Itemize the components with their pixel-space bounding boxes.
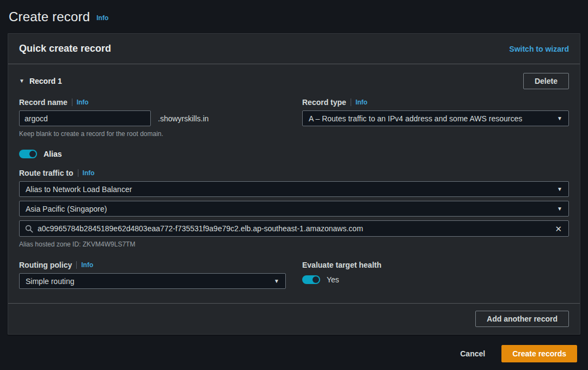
routing-policy-field-group: Routing policy Info Simple routing ▼ <box>19 261 286 289</box>
route-traffic-fields: Alias to Network Load Balancer ▼ Asia Pa… <box>19 181 569 237</box>
quick-create-panel: Quick create record Switch to wizard ▼ R… <box>8 33 580 335</box>
chevron-down-icon: ▼ <box>274 279 279 284</box>
record-type-selected-value: A – Routes traffic to an IPv4 address an… <box>309 114 522 123</box>
routing-policy-label-row: Routing policy Info <box>19 261 286 269</box>
alias-label: Alias <box>44 150 62 158</box>
name-type-row: Record name Info .showyrskills.in Keep b… <box>19 98 569 138</box>
record-type-info-link[interactable]: Info <box>356 98 367 106</box>
routing-policy-label: Routing policy <box>19 261 72 269</box>
evaluate-health-label: Evaluate target health <box>302 261 569 269</box>
record-type-label-row: Record type Info <box>302 98 569 107</box>
record-title: Record 1 <box>29 77 62 85</box>
bottom-actions: Cancel Create records <box>0 335 588 362</box>
alias-toggle-row: Alias <box>19 150 569 158</box>
panel-title: Quick create record <box>19 43 111 54</box>
create-records-button[interactable]: Create records <box>501 345 577 362</box>
search-icon <box>25 225 33 233</box>
routing-policy-info-link[interactable]: Info <box>81 261 93 269</box>
evaluate-health-toggle[interactable] <box>302 275 320 284</box>
clear-icon[interactable]: ✕ <box>554 225 563 233</box>
routing-policy-selected-value: Simple routing <box>26 277 75 286</box>
page-title: Create record <box>9 9 90 24</box>
label-separator <box>72 98 72 106</box>
add-another-record-button[interactable]: Add another record <box>475 311 569 327</box>
evaluate-health-value: Yes <box>327 275 339 284</box>
route-traffic-label-row: Route traffic to Info <box>19 169 569 177</box>
record-header-row: ▼ Record 1 Delete <box>19 73 569 89</box>
route-traffic-info-link[interactable]: Info <box>83 169 95 177</box>
label-separator <box>78 169 78 177</box>
record-type-field-group: Record type Info A – Routes traffic to a… <box>302 98 569 138</box>
evaluate-health-toggle-row: Yes <box>302 275 569 284</box>
route-traffic-label: Route traffic to <box>19 169 74 177</box>
routing-policy-select[interactable]: Simple routing ▼ <box>19 273 286 289</box>
label-separator <box>351 98 351 106</box>
delete-button[interactable]: Delete <box>523 73 569 89</box>
route-traffic-section: Route traffic to Info Alias to Network L… <box>19 169 569 248</box>
record-name-helper: Keep blank to create a record for the ro… <box>19 130 286 138</box>
record-type-select[interactable]: A – Routes traffic to an IPv4 address an… <box>302 110 569 126</box>
record-name-field-group: Record name Info .showyrskills.in Keep b… <box>19 98 286 138</box>
endpoint-select[interactable]: Alias to Network Load Balancer ▼ <box>19 181 569 197</box>
alias-toggle[interactable] <box>19 150 37 158</box>
endpoint-selected-value: Alias to Network Load Balancer <box>26 185 132 194</box>
panel-footer: Add another record <box>8 303 580 334</box>
cancel-button[interactable]: Cancel <box>460 349 485 358</box>
evaluate-health-field-group: Evaluate target health Yes <box>302 261 569 289</box>
record-name-label-row: Record name Info <box>19 98 286 107</box>
switch-to-wizard-link[interactable]: Switch to wizard <box>509 45 569 53</box>
hosted-zone-note: Alias hosted zone ID: ZKVM4W9LS7TM <box>19 240 569 248</box>
region-select[interactable]: Asia Pacific (Singapore) ▼ <box>19 201 569 217</box>
load-balancer-search-input[interactable] <box>38 224 549 233</box>
chevron-down-icon: ▼ <box>557 187 562 192</box>
record-name-input[interactable] <box>19 110 151 126</box>
record-type-label: Record type <box>302 98 346 107</box>
record-name-info-link[interactable]: Info <box>77 98 89 106</box>
region-selected-value: Asia Pacific (Singapore) <box>26 205 107 213</box>
load-balancer-search-field: ✕ <box>19 220 569 237</box>
chevron-down-icon: ▼ <box>557 206 562 212</box>
record-name-label: Record name <box>19 98 68 107</box>
record-collapse-toggle[interactable]: ▼ Record 1 <box>19 77 62 85</box>
domain-suffix: .showyrskills.in <box>158 114 209 123</box>
record-name-input-row: .showyrskills.in <box>19 110 286 126</box>
page-header: Create record Info <box>0 0 588 24</box>
chevron-down-icon: ▼ <box>557 116 562 121</box>
label-separator <box>76 261 77 269</box>
collapse-arrow-icon: ▼ <box>19 78 24 84</box>
page-info-link[interactable]: Info <box>96 14 108 22</box>
routing-policy-row: Routing policy Info Simple routing ▼ Eva… <box>19 261 569 289</box>
panel-header: Quick create record Switch to wizard <box>8 34 580 64</box>
panel-body: ▼ Record 1 Delete Record name Info .show… <box>8 64 580 303</box>
